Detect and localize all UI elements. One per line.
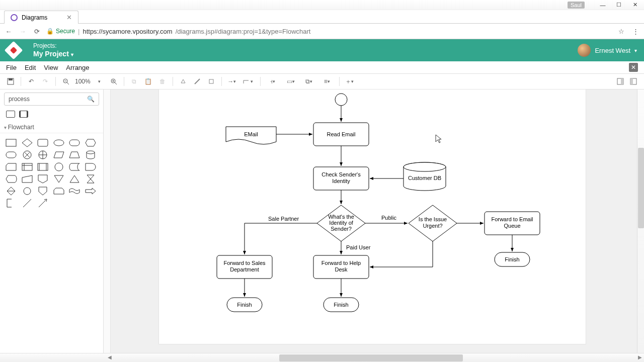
shape-diamond[interactable] bbox=[21, 138, 33, 147]
shape-trapezoid[interactable] bbox=[68, 150, 80, 159]
shape-delay[interactable] bbox=[85, 162, 97, 171]
node-email-doc[interactable]: EMail bbox=[226, 127, 276, 144]
shape-tape[interactable] bbox=[68, 187, 80, 196]
shape-circle[interactable] bbox=[53, 162, 65, 171]
menu-view[interactable]: View bbox=[44, 64, 58, 71]
shape-shield[interactable] bbox=[37, 187, 49, 196]
node-finish-help[interactable]: Finish bbox=[324, 298, 359, 312]
shape-card[interactable] bbox=[5, 162, 17, 171]
align-icon[interactable]: ⫞ ▾ bbox=[264, 75, 281, 87]
zoom-in-icon[interactable] bbox=[107, 75, 120, 87]
shape-arrow[interactable] bbox=[85, 187, 97, 196]
horizontal-scroll-thumb[interactable] bbox=[279, 354, 463, 361]
shape-manual-input[interactable] bbox=[21, 174, 33, 184]
outline-panel-icon[interactable] bbox=[627, 75, 640, 87]
shape-capsule[interactable] bbox=[5, 150, 17, 159]
shape-circle-x[interactable] bbox=[21, 150, 33, 159]
node-finish-sales[interactable]: Finish bbox=[227, 298, 262, 312]
back-button[interactable]: ← bbox=[4, 27, 13, 36]
node-read-email[interactable]: Read Email bbox=[313, 123, 369, 146]
window-close-button[interactable]: ✕ bbox=[627, 1, 643, 10]
browser-tab[interactable]: Diagrams ✕ bbox=[4, 11, 78, 24]
shape-sort[interactable] bbox=[5, 187, 17, 196]
distribute-icon[interactable]: ▭ ▾ bbox=[282, 75, 299, 87]
svg-text:Queue: Queue bbox=[504, 223, 520, 229]
node-finish-email[interactable]: Finish bbox=[495, 252, 530, 266]
app-logo[interactable] bbox=[5, 41, 23, 60]
bookmark-star-icon[interactable]: ☆ bbox=[617, 27, 626, 36]
svg-text:Customer DB: Customer DB bbox=[408, 175, 441, 181]
shadow-icon[interactable] bbox=[205, 75, 218, 87]
reload-button[interactable]: ⟳ bbox=[32, 27, 41, 36]
palette-section-flowchart[interactable]: Flowchart bbox=[0, 122, 103, 133]
shape-annotation[interactable] bbox=[5, 199, 17, 208]
shape-triangle-up[interactable] bbox=[68, 174, 80, 184]
menu-arrange[interactable]: Arrange bbox=[66, 64, 89, 71]
shape-triangle-down[interactable] bbox=[53, 174, 65, 184]
add-icon[interactable]: ＋ ▾ bbox=[343, 75, 356, 87]
order-icon[interactable]: ≡ ▾ bbox=[318, 75, 336, 87]
shape-stored-data[interactable] bbox=[68, 162, 80, 171]
user-menu[interactable]: Ernest West ▾ bbox=[578, 44, 637, 57]
fill-color-icon[interactable] bbox=[177, 75, 190, 87]
node-customer-db[interactable]: Customer DB bbox=[404, 162, 446, 191]
save-icon[interactable] bbox=[4, 75, 17, 87]
shape-predefined[interactable] bbox=[37, 162, 49, 171]
zoom-level[interactable]: 100% bbox=[73, 78, 92, 85]
shape-offpage[interactable] bbox=[37, 174, 49, 184]
shape-hexagon[interactable] bbox=[85, 138, 97, 147]
url-field[interactable]: 🔒 Secure | https://sycamore.vpository.co… bbox=[46, 25, 612, 37]
line-color-icon[interactable] bbox=[191, 75, 204, 87]
shape-display[interactable] bbox=[5, 174, 17, 184]
project-selector[interactable]: Projects: My Project ▾ bbox=[33, 43, 73, 58]
shape-rounded[interactable] bbox=[37, 138, 49, 147]
shape-search-input[interactable]: process 🔍 bbox=[4, 93, 99, 106]
shape-terminator[interactable] bbox=[68, 138, 80, 147]
menu-file[interactable]: File bbox=[6, 64, 17, 71]
browser-menu-icon[interactable]: ⋮ bbox=[631, 27, 640, 36]
connector-elbow-icon[interactable]: ▾ bbox=[239, 75, 257, 87]
group-icon[interactable]: ⧉ ▾ bbox=[300, 75, 317, 87]
zoom-out-icon[interactable] bbox=[59, 75, 72, 87]
node-fwd-help[interactable]: Forward to Help Desk bbox=[313, 255, 369, 279]
horizontal-scrollbar[interactable]: ◀ ▶ bbox=[0, 353, 644, 362]
connector-straight-icon[interactable]: → ▾ bbox=[225, 75, 238, 87]
shape-connector-circle[interactable] bbox=[21, 187, 33, 196]
node-decision-urgent[interactable]: Is the Issue Urgent? bbox=[409, 205, 457, 241]
canvas[interactable]: EMail Read Email Check Sender's Identity bbox=[104, 89, 644, 353]
node-start[interactable] bbox=[335, 94, 347, 106]
node-fwd-email-queue[interactable]: Forward to Email Queue bbox=[485, 212, 540, 235]
node-decision-identity[interactable]: What's the Identity of Sender? bbox=[317, 205, 365, 241]
format-panel-icon[interactable] bbox=[614, 75, 627, 87]
vertical-scroll-thumb[interactable] bbox=[638, 148, 644, 228]
vertical-scrollbar[interactable] bbox=[637, 89, 644, 353]
diagram-paper[interactable]: EMail Read Email Check Sender's Identity bbox=[159, 89, 586, 344]
tab-close-icon[interactable]: ✕ bbox=[66, 14, 72, 21]
scroll-left-arrow-icon[interactable]: ◀ bbox=[108, 354, 112, 360]
shape-circle-plus[interactable] bbox=[37, 150, 49, 159]
shape-arrow-line[interactable] bbox=[37, 199, 49, 208]
undo-icon[interactable]: ↶ bbox=[25, 75, 38, 87]
node-check-sender[interactable]: Check Sender's Identity bbox=[313, 167, 369, 190]
close-diagram-button[interactable]: ✕ bbox=[629, 63, 638, 72]
shape-loop-limit[interactable] bbox=[53, 187, 65, 196]
shape-subprocess[interactable] bbox=[19, 111, 28, 118]
svg-point-34 bbox=[24, 188, 31, 195]
shape-parallelogram[interactable] bbox=[53, 150, 65, 159]
shape-cylinder[interactable] bbox=[85, 150, 97, 159]
shape-line[interactable] bbox=[21, 199, 33, 208]
zoom-dropdown-icon[interactable]: ▾ bbox=[93, 75, 106, 87]
svg-text:Finish: Finish bbox=[237, 302, 252, 308]
node-fwd-sales[interactable]: Forward to Sales Department bbox=[217, 255, 272, 279]
menu-edit[interactable]: Edit bbox=[25, 64, 36, 71]
window-maximize-button[interactable]: ☐ bbox=[611, 1, 627, 10]
os-user-badge: Saul bbox=[568, 2, 585, 9]
scroll-right-arrow-icon[interactable]: ▶ bbox=[638, 354, 642, 360]
shape-rect[interactable] bbox=[5, 138, 17, 147]
shape-hourglass[interactable] bbox=[85, 174, 97, 184]
svg-rect-18 bbox=[69, 140, 79, 146]
shape-internal[interactable] bbox=[21, 162, 33, 171]
shape-ellipse[interactable] bbox=[53, 138, 65, 147]
shape-process[interactable] bbox=[6, 111, 15, 118]
window-minimize-button[interactable]: ― bbox=[595, 1, 611, 10]
